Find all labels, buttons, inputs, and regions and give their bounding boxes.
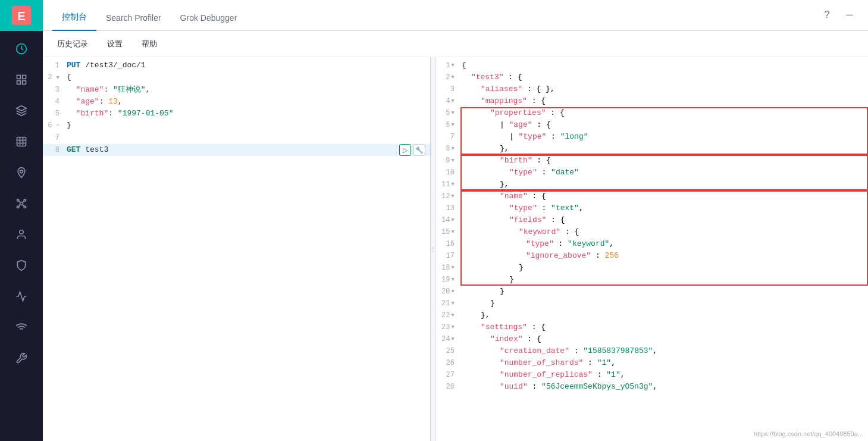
svg-rect-4 <box>23 76 26 79</box>
svg-point-12 <box>20 170 23 173</box>
line-content-1: PUT /test3/_doc/1 <box>64 60 430 71</box>
out-content-14: "fields" : { <box>459 214 868 226</box>
code-line-8: 8 GET test3 ▷ 🔧 <box>43 144 430 156</box>
svg-point-22 <box>20 230 24 234</box>
output-line-26: 26 "number_of_shards" : "1", <box>435 357 868 369</box>
out-num-14: 14 ▼ <box>435 214 459 226</box>
out-content-26: "number_of_shards" : "1", <box>459 357 868 369</box>
out-num-26: 26 <box>435 357 459 369</box>
sidebar-item-shield[interactable] <box>0 250 43 281</box>
output-line-12: 12 ▼ "name" : { <box>435 190 868 202</box>
output-line-11: 11 ▼ }, <box>435 179 868 190</box>
top-right-buttons: ? ─ <box>818 6 858 24</box>
out-num-25: 25 <box>435 345 459 357</box>
output-line-20: 20 ▼ } <box>435 286 868 298</box>
out-content-6: | "age" : { <box>459 119 868 131</box>
minimize-btn[interactable]: ─ <box>841 6 858 24</box>
out-num-27: 27 <box>435 369 459 381</box>
app-logo[interactable]: E <box>0 0 43 31</box>
out-num-19: 19 ▼ <box>435 274 459 286</box>
tab-console[interactable]: 控制台 <box>52 5 96 31</box>
red-box-group-1: 5 ▼ "properties" : { 6 ▼ | "age" : { 7 |… <box>435 107 868 155</box>
svg-rect-3 <box>17 76 21 79</box>
toolbar-help[interactable]: 帮助 <box>137 36 162 52</box>
svg-line-21 <box>19 205 20 207</box>
out-content-18: } <box>459 262 868 274</box>
out-content-10: "type" : "date" <box>459 167 868 179</box>
out-num-22: 22 ▼ <box>435 309 459 321</box>
out-content-12: "name" : { <box>459 190 868 202</box>
out-content-2: "test3" : { <box>459 71 868 83</box>
sidebar-item-clock[interactable] <box>0 33 43 64</box>
output-line-6: 6 ▼ | "age" : { <box>435 119 868 131</box>
toolbar-history[interactable]: 历史记录 <box>52 36 93 52</box>
out-num-12: 12 ▼ <box>435 190 459 202</box>
sidebar-item-wrench[interactable] <box>0 343 43 374</box>
out-content-5: "properties" : { <box>459 107 868 119</box>
output-line-13: 13 "type" : "text", <box>435 202 868 214</box>
sidebar-item-location[interactable] <box>0 157 43 188</box>
svg-rect-7 <box>17 137 26 146</box>
out-num-13: 13 <box>435 202 459 214</box>
output-line-24: 24 ▼ "index" : { <box>435 333 868 345</box>
out-content-13: "type" : "text", <box>459 202 868 214</box>
svg-line-20 <box>23 205 24 207</box>
line-actions-8: ▷ 🔧 <box>399 144 430 156</box>
line-content-3: "name": "狂神说", <box>64 84 430 96</box>
sidebar-item-stack[interactable] <box>0 95 43 126</box>
editor-container: 1 PUT /test3/_doc/1 2 ▼ { 3 "name": "狂神说… <box>43 57 868 441</box>
help-icon-btn[interactable]: ? <box>818 6 836 24</box>
out-num-3: 3 <box>435 83 459 95</box>
out-num-11: 11 ▼ <box>435 179 459 190</box>
panel-divider[interactable]: ⋮ <box>431 57 435 441</box>
output-line-19: 19 ▼ } <box>435 274 868 286</box>
out-content-11: }, <box>459 179 868 190</box>
out-num-5: 5 ▼ <box>435 107 459 119</box>
out-content-20: } <box>459 286 868 298</box>
run-button[interactable]: ▷ <box>399 144 411 156</box>
out-num-23: 23 ▼ <box>435 321 459 333</box>
output-line-16: 16 "type" : "keyword", <box>435 238 868 250</box>
line-num-6: 6 ^ <box>43 120 64 132</box>
code-line-2: 2 ▼ { <box>43 71 430 84</box>
svg-text:E: E <box>17 10 25 23</box>
sidebar-item-cluster[interactable] <box>0 188 43 219</box>
tab-grok-debugger[interactable]: Grok Debugger <box>171 6 247 31</box>
line-content-5: "birth": "1997-01-05" <box>64 108 430 120</box>
out-num-21: 21 ▼ <box>435 298 459 309</box>
sidebar-item-dashboard[interactable] <box>0 64 43 95</box>
line-content-8: GET test3 <box>64 144 399 156</box>
output-line-21: 21 ▼ } <box>435 298 868 309</box>
svg-rect-5 <box>17 81 21 85</box>
wrench-button[interactable]: 🔧 <box>413 144 425 156</box>
line-num-2: 2 ▼ <box>43 71 64 84</box>
sidebar-item-monitor[interactable] <box>0 281 43 312</box>
tab-search-profiler[interactable]: Search Profiler <box>96 6 171 31</box>
out-num-2: 2 ▼ <box>435 71 459 83</box>
out-num-8: 8 ▼ <box>435 143 459 155</box>
sidebar-item-wifi[interactable] <box>0 312 43 343</box>
out-num-10: 10 <box>435 167 459 179</box>
code-editor[interactable]: 1 PUT /test3/_doc/1 2 ▼ { 3 "name": "狂神说… <box>43 57 430 158</box>
svg-point-14 <box>24 199 26 201</box>
output-line-1: 1 ▼ { <box>435 60 868 71</box>
svg-point-16 <box>24 206 26 208</box>
out-num-16: 16 <box>435 238 459 250</box>
sidebar-item-grid[interactable] <box>0 126 43 157</box>
sidebar-item-user[interactable] <box>0 219 43 250</box>
out-content-9: "birth" : { <box>459 155 868 167</box>
code-line-7: 7 <box>43 132 430 144</box>
svg-point-15 <box>17 199 19 201</box>
out-content-21: } <box>459 298 868 309</box>
sidebar: E <box>0 0 43 441</box>
output-line-28: 28 "uuid" : "56JceemmSeKbpys_yO5n3g", <box>435 381 868 393</box>
output-line-22: 22 ▼ }, <box>435 309 868 321</box>
line-num-5: 5 <box>43 108 64 120</box>
code-line-1: 1 PUT /test3/_doc/1 <box>43 60 430 71</box>
out-num-1: 1 ▼ <box>435 60 459 71</box>
top-nav: 控制台 Search Profiler Grok Debugger ? ─ <box>43 0 868 31</box>
out-content-17: "ignore_above" : 256 <box>459 250 868 262</box>
out-content-22: }, <box>459 309 868 321</box>
line-content-6: } <box>64 120 430 132</box>
toolbar-settings[interactable]: 设置 <box>102 36 127 52</box>
